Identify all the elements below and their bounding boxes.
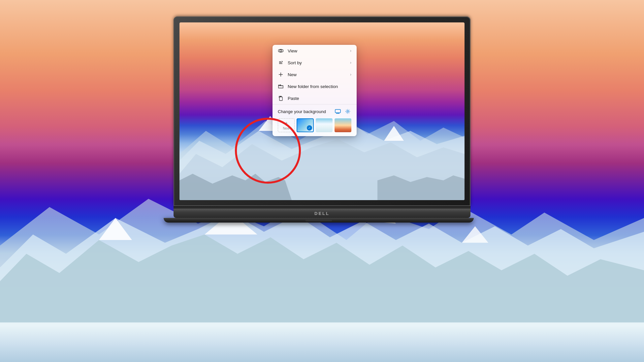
paste-icon (278, 95, 284, 101)
svg-rect-25 (335, 109, 340, 113)
bg-settings-icon[interactable] (344, 108, 351, 115)
new-label: New (288, 72, 346, 77)
svg-rect-24 (280, 96, 281, 97)
sort-by-arrow: › (350, 60, 351, 65)
selected-check: ✓ (307, 125, 312, 131)
paste-label: Paste (288, 96, 351, 101)
context-menu: View › Sort by › (273, 45, 357, 136)
svg-rect-23 (279, 97, 282, 101)
sort-by-label: Sort by (288, 60, 346, 65)
laptop-foot-notch (306, 220, 332, 221)
background-section: Change your background (273, 104, 357, 136)
new-arrow: › (350, 72, 351, 77)
view-label: View (288, 48, 346, 53)
view-arrow: › (350, 48, 351, 53)
laptop-screen: View › Sort by › (179, 22, 465, 200)
menu-item-view[interactable]: View › (273, 45, 357, 57)
new-folder-label: New folder from selection (288, 84, 351, 89)
folder-icon (278, 83, 284, 89)
menu-item-new-folder-selection[interactable]: New folder from selection (273, 80, 357, 92)
menu-item-sort-by[interactable]: Sort by › (273, 57, 357, 69)
menu-item-paste[interactable]: Paste (273, 92, 357, 104)
new-icon (278, 72, 284, 77)
bg-section-title: Change your background (278, 109, 326, 114)
menu-item-new[interactable]: New › (273, 69, 357, 80)
plus-icon: + (285, 121, 288, 126)
laptop-foot (164, 218, 474, 223)
laptop-base: DELL (174, 209, 470, 218)
bg-monitor-icon[interactable] (334, 108, 341, 115)
bg-thumbnail-1[interactable]: ✓ (297, 118, 313, 132)
bg-section-header: Change your background (278, 108, 351, 115)
laptop-hinge (174, 206, 470, 209)
bg-new-button[interactable]: + New (278, 118, 295, 132)
view-icon (278, 48, 284, 54)
bg-new-label: New (283, 127, 290, 130)
laptop-bezel: View › Sort by › (174, 16, 470, 206)
bg-thumbnail-2[interactable] (316, 118, 333, 132)
laptop: View › Sort by › (174, 16, 470, 223)
svg-point-16 (280, 50, 282, 52)
svg-marker-15 (377, 175, 465, 200)
bg-thumbnails: + New ✓ (278, 118, 351, 132)
sort-icon (278, 60, 284, 66)
bg-section-icons (334, 108, 351, 115)
laptop-brand: DELL (314, 211, 330, 216)
bg-thumbnail-3[interactable] (335, 118, 351, 132)
svg-point-29 (347, 111, 349, 112)
